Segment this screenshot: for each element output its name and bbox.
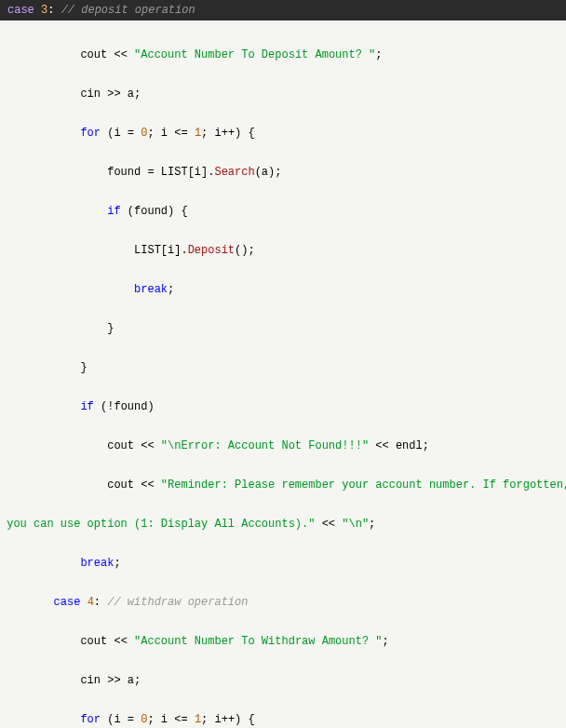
var: a <box>128 674 134 687</box>
code-line: LIST[i].Deposit(); <box>0 241 566 261</box>
code-line: cout << "Account Number To Deposit Amoun… <box>0 46 566 65</box>
text: LIST[i]. <box>134 244 188 257</box>
num: 4 <box>88 596 94 609</box>
semi: ; <box>114 557 120 570</box>
case: case <box>54 596 81 609</box>
cout: cout <box>107 439 134 452</box>
num: 1 <box>195 127 201 140</box>
text: (i = <box>107 713 134 726</box>
for: for <box>80 127 101 140</box>
code-block: cout << "Account Number To Deposit Amoun… <box>0 20 566 728</box>
if: if <box>107 205 120 218</box>
code-line: cin >> a; <box>0 671 566 691</box>
text: ; i <= <box>147 127 187 140</box>
semi: ; <box>134 88 141 101</box>
colon: : <box>47 4 54 17</box>
var: a <box>128 88 134 101</box>
op: << <box>141 479 154 492</box>
string: "Account Number To Withdraw Amount? " <box>134 635 382 648</box>
func: Deposit <box>188 244 235 257</box>
keyword-case: case <box>7 4 34 17</box>
endl: endl; <box>396 439 429 452</box>
op: << <box>141 439 154 452</box>
string: "Reminder: Please remember your account … <box>161 479 566 492</box>
comment: // deposit operation <box>61 4 195 17</box>
text: ; i++) { <box>201 127 255 140</box>
semi: ; <box>369 518 375 531</box>
code-line: break; <box>0 554 566 573</box>
text: (); <box>235 244 255 257</box>
num: 1 <box>195 713 201 726</box>
code-line: cout << "Reminder: Please remember your … <box>0 476 566 495</box>
semi: ; <box>375 48 382 61</box>
string: you can use option (1: Display All Accou… <box>0 518 315 531</box>
text: ; i <= <box>147 713 187 726</box>
op: << <box>375 439 388 452</box>
text: (i = <box>107 127 134 140</box>
cin: cin <box>80 88 101 101</box>
op: >> <box>107 674 120 687</box>
code-line: for (i = 0; i <= 1; i++) { <box>0 710 566 728</box>
code-line: case 4: // withdraw operation <box>0 593 566 613</box>
break: break <box>134 283 168 296</box>
semi: ; <box>134 674 141 687</box>
op: << <box>322 518 335 531</box>
code-line: for (i = 0; i <= 1; i++) { <box>0 124 566 143</box>
func: Search <box>214 166 254 179</box>
cout: cout <box>80 635 107 648</box>
text: (a); <box>255 166 282 179</box>
break: break <box>80 557 114 570</box>
brace: } <box>107 322 114 335</box>
code-line: if (!found) <box>0 398 566 417</box>
semi: ; <box>383 635 389 648</box>
op: << <box>114 48 127 61</box>
code-line: break; <box>0 280 566 300</box>
code-line: cin >> a; <box>0 85 566 104</box>
text: ; i++) { <box>201 713 255 726</box>
code-line: } <box>0 319 566 339</box>
brace: } <box>80 361 87 374</box>
code-line: cout << "\nError: Account Not Found!!!" … <box>0 437 566 456</box>
text: found = LIST[i]. <box>107 166 214 179</box>
text: (found) { <box>128 205 188 218</box>
code-line: found = LIST[i].Search(a); <box>0 163 566 182</box>
cout: cout <box>107 479 134 492</box>
if: if <box>80 400 93 413</box>
code-line: cout << "Account Number To Withdraw Amou… <box>0 632 566 652</box>
semi: ; <box>168 283 174 296</box>
text: (!found) <box>101 400 155 413</box>
string: "Account Number To Deposit Amount? " <box>134 48 375 61</box>
code-line: you can use option (1: Display All Accou… <box>0 515 566 534</box>
string: "\nError: Account Not Found!!!" <box>161 439 369 452</box>
cout: cout <box>80 48 107 61</box>
op: << <box>114 635 127 648</box>
code-header: case 3: // deposit operation <box>0 0 566 20</box>
code-line: if (found) { <box>0 202 566 222</box>
cin: cin <box>80 674 101 687</box>
string: "\n" <box>342 518 369 531</box>
colon: : <box>94 596 101 609</box>
for: for <box>80 713 101 726</box>
code-line: } <box>0 358 566 378</box>
comment: // withdraw operation <box>107 596 248 609</box>
op: >> <box>107 88 120 101</box>
